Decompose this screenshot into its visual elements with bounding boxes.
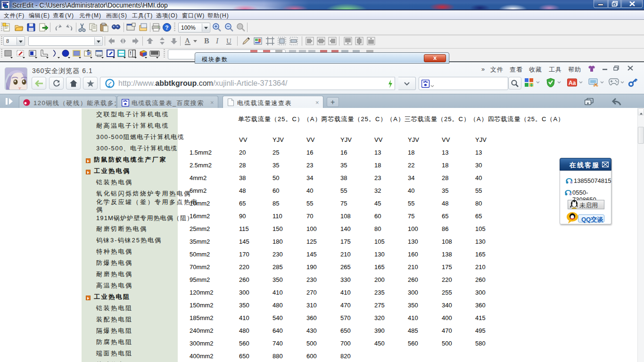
svg-text:U: U — [226, 37, 231, 45]
svg-text:?: ? — [165, 25, 168, 31]
svg-text:B: B — [204, 37, 209, 45]
svg-text:!: ! — [130, 50, 132, 56]
svg-text:Aa: Aa — [569, 80, 576, 86]
svg-text:I: I — [215, 37, 219, 45]
svg-text:A: A — [185, 37, 190, 44]
